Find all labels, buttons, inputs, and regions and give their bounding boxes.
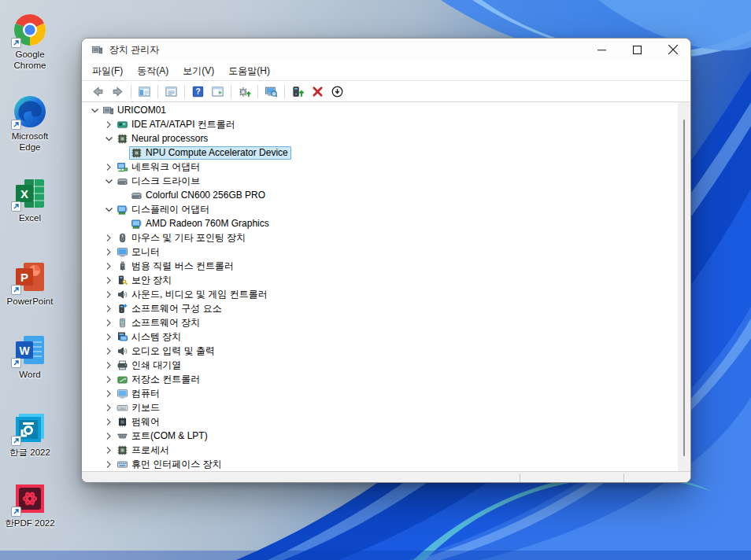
desktop-icon-label: Google Chrome xyxy=(3,50,57,71)
content-area: URICOM01IDE ATA/ATAPI 컨트롤러Neural process… xyxy=(82,102,690,471)
tree-item-mice-and-pointing-devices[interactable]: 마우스 및 기타 포인팅 장치 xyxy=(82,230,678,245)
hanpdf-2022-icon xyxy=(13,481,47,516)
update-driver-icon xyxy=(291,85,305,98)
chevron-collapsed-icon[interactable] xyxy=(102,287,115,301)
tree-item-processors[interactable]: 프로세서 xyxy=(82,443,678,457)
tree-item-box: URICOM01 xyxy=(101,104,169,117)
tree-item-storage-controllers[interactable]: 저장소 컨트롤러 xyxy=(82,372,678,386)
chevron-collapsed-icon[interactable] xyxy=(102,315,115,330)
chevron-collapsed-icon[interactable] xyxy=(102,117,115,131)
settings-refresh-button[interactable] xyxy=(235,83,254,101)
menu-view[interactable]: 보기(V) xyxy=(176,61,221,80)
shortcut-arrow-icon xyxy=(11,120,21,130)
tree-item-colorful-cn600-256gb-pro[interactable]: Colorful CN600 256GB PRO xyxy=(82,188,678,202)
desktop-icon-hanpdf-2022[interactable]: 한PDF 2022 xyxy=(3,481,57,529)
chevron-collapsed-icon[interactable] xyxy=(102,301,115,315)
tree-item-audio-inputs-and-outputs[interactable]: 오디오 입력 및 출력 xyxy=(82,344,678,358)
tree-item-label: 시스템 장치 xyxy=(131,330,181,344)
maximize-button[interactable] xyxy=(620,39,655,61)
hid-icon xyxy=(117,459,128,470)
tree-item-computer[interactable]: 컴퓨터 xyxy=(82,386,678,400)
chevron-collapsed-icon[interactable] xyxy=(102,230,115,245)
tree-item-ports-com-lpt[interactable]: 포트(COM & LPT) xyxy=(82,429,678,443)
tree-item-ide-ata-atapi-controllers[interactable]: IDE ATA/ATAPI 컨트롤러 xyxy=(82,117,678,131)
chevron-collapsed-icon[interactable] xyxy=(102,443,115,457)
scrollbar-thumb[interactable] xyxy=(683,120,685,456)
vertical-scrollbar[interactable] xyxy=(678,102,690,471)
desktop-icon-label: Word xyxy=(3,370,57,381)
menu-help[interactable]: 도움말(H) xyxy=(221,61,277,80)
chevron-collapsed-icon[interactable] xyxy=(102,429,115,443)
chevron-collapsed-icon[interactable] xyxy=(102,160,115,174)
tree-item-keyboards[interactable]: 키보드 xyxy=(82,400,678,414)
back-button[interactable] xyxy=(88,83,108,101)
tree-item-label: 펌웨어 xyxy=(131,415,160,429)
close-button[interactable] xyxy=(655,39,690,61)
tree-item-software-components[interactable]: 소프트웨어 구성 요소 xyxy=(82,301,678,315)
desktop-icon-microsoft-edge[interactable]: Microsoft Edge xyxy=(3,94,57,153)
tree-item-sound-video-game-controllers[interactable]: 사운드, 비디오 및 게임 컨트롤러 xyxy=(82,287,678,301)
show-console-tree-button[interactable] xyxy=(135,83,154,101)
tree-item-firmware[interactable]: 펌웨어 xyxy=(82,414,678,429)
monitor-search-icon xyxy=(265,85,278,98)
chevron-collapsed-icon[interactable] xyxy=(102,414,115,429)
chevron-collapsed-icon[interactable] xyxy=(102,273,115,287)
desktop-icon-label: 한PDF 2022 xyxy=(3,518,57,529)
menu-file[interactable]: 파일(F) xyxy=(85,61,130,80)
tree-item-system-devices[interactable]: 시스템 장치 xyxy=(82,330,678,344)
tree-item-label: 오디오 입력 및 출력 xyxy=(131,344,215,358)
tree-item-box: Colorful CN600 256GB PRO xyxy=(129,189,268,202)
desktop-icon-excel[interactable]: XExcel xyxy=(3,176,57,224)
tree-item-box: 인쇄 대기열 xyxy=(115,358,184,373)
help-button[interactable]: ? xyxy=(188,83,208,101)
action-pane-button[interactable] xyxy=(208,83,228,101)
chip-icon xyxy=(131,147,142,159)
tree-item-disk-drives[interactable]: 디스크 드라이브 xyxy=(82,174,678,188)
chevron-collapsed-icon[interactable] xyxy=(102,259,115,273)
chevron-collapsed-icon[interactable] xyxy=(102,358,115,372)
tree-item-print-queues[interactable]: 인쇄 대기열 xyxy=(82,358,678,372)
tree-item-box: 시스템 장치 xyxy=(115,330,184,344)
tree-item-monitors[interactable]: 모니터 xyxy=(82,245,678,259)
tree-item-software-devices[interactable]: 소프트웨어 장치 xyxy=(82,315,678,330)
tree-item-npu-compute-accelerator-device[interactable]: NPU Compute Accelerator Device xyxy=(82,146,678,160)
desktop-icon-google-chrome[interactable]: Google Chrome xyxy=(3,13,57,71)
chevron-collapsed-icon[interactable] xyxy=(102,245,115,259)
desktop-icon-powerpoint[interactable]: PPowerPoint xyxy=(3,260,57,308)
tree-item-human-interface-devices[interactable]: 휴먼 인터페이스 장치 xyxy=(82,457,678,471)
tree-item-amd-radeon-760m-graphics[interactable]: AMD Radeon 760M Graphics xyxy=(82,216,678,230)
chevron-expanded-icon[interactable] xyxy=(102,131,115,146)
tree-item-display-adapters[interactable]: 디스플레이 어댑터 xyxy=(82,202,678,216)
tree-item-network-adapters[interactable]: 네트워크 어댑터 xyxy=(82,160,678,174)
chevron-collapsed-icon[interactable] xyxy=(102,400,115,414)
chevron-expanded-icon[interactable] xyxy=(102,174,115,188)
chevron-collapsed-icon[interactable] xyxy=(102,330,115,344)
tree-item-uricom01[interactable]: URICOM01 xyxy=(82,103,678,117)
tree-item-box: 마우스 및 기타 포인팅 장치 xyxy=(115,230,249,245)
update-driver-button[interactable] xyxy=(288,83,308,101)
chevron-collapsed-icon[interactable] xyxy=(102,386,115,400)
scan-hardware-changes-button[interactable] xyxy=(261,83,281,101)
chevron-expanded-icon[interactable] xyxy=(88,103,101,117)
chevron-expanded-icon[interactable] xyxy=(102,202,115,216)
toolbar-separator xyxy=(157,85,158,98)
menu-action[interactable]: 동작(A) xyxy=(130,61,176,80)
powerpoint-icon: P xyxy=(13,260,47,294)
uninstall-device-button[interactable] xyxy=(308,83,327,101)
tree-item-security-devices[interactable]: 보안 장치 xyxy=(82,273,678,287)
disable-device-button[interactable] xyxy=(327,83,347,101)
tree-item-label: 사운드, 비디오 및 게임 컨트롤러 xyxy=(131,288,268,301)
properties-button[interactable] xyxy=(161,83,181,101)
tree-item-neural-processors[interactable]: Neural processors xyxy=(82,131,678,146)
minimize-button[interactable] xyxy=(584,39,620,61)
chevron-collapsed-icon[interactable] xyxy=(102,457,115,471)
forward-button[interactable] xyxy=(108,83,128,101)
chevron-collapsed-icon[interactable] xyxy=(102,372,115,386)
desktop-icon-hangul-2022[interactable]: 한글 2022 xyxy=(3,411,57,459)
tree-item-usb-controllers[interactable]: 범용 직렬 버스 컨트롤러 xyxy=(82,259,678,273)
desktop-icon-word[interactable]: WWord xyxy=(3,333,57,381)
edge-icon xyxy=(13,94,47,129)
toolbar: ? xyxy=(82,81,690,102)
tree-item-label: Colorful CN600 256GB PRO xyxy=(146,190,265,201)
chevron-collapsed-icon[interactable] xyxy=(102,344,115,358)
